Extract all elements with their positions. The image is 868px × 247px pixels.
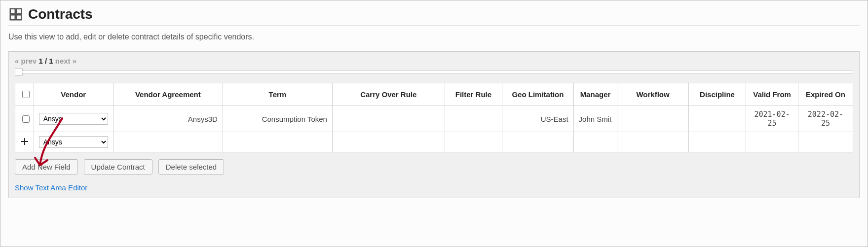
- grid-icon: [8, 7, 23, 22]
- col-header-geo: Geo Limitation: [502, 83, 573, 106]
- pager-prev[interactable]: « prev: [15, 57, 37, 65]
- pager-current: 1 / 1: [38, 57, 53, 65]
- pager: « prev 1 / 1 next »: [15, 57, 853, 65]
- col-header-carry-over: Carry Over Rule: [332, 83, 445, 106]
- workflow-cell[interactable]: [617, 106, 688, 132]
- add-row-icon-cell: [15, 132, 34, 152]
- valid-from-cell[interactable]: 2021-02-25: [746, 106, 798, 132]
- vendor-cell: Ansys: [34, 106, 113, 132]
- row-checkbox-cell: [15, 106, 34, 132]
- col-header-term: Term: [223, 83, 332, 106]
- vendor-select[interactable]: Ansys: [39, 136, 108, 148]
- term-cell[interactable]: Consumption Token: [223, 106, 332, 132]
- add-new-field-button[interactable]: Add New Field: [15, 159, 78, 175]
- geo-cell[interactable]: US-East: [502, 106, 573, 132]
- plus-icon[interactable]: [20, 137, 29, 146]
- geo-cell[interactable]: [502, 132, 573, 152]
- col-header-discipline: Discipline: [688, 83, 746, 106]
- vendor-cell: Ansys: [34, 132, 113, 152]
- manager-cell[interactable]: [573, 132, 617, 152]
- select-all-checkbox[interactable]: [22, 91, 30, 98]
- col-header-manager: Manager: [573, 83, 617, 106]
- page-title: Contracts: [28, 6, 93, 22]
- table-row: Ansys Ansys3D Consumption Token US-East …: [15, 106, 853, 132]
- svg-rect-1: [16, 9, 21, 14]
- workflow-cell[interactable]: [617, 132, 688, 152]
- show-text-area-editor-link[interactable]: Show Text Area Editor: [15, 183, 853, 192]
- expired-on-cell[interactable]: 2022-02-25: [798, 106, 853, 132]
- col-header-checkbox: [15, 83, 34, 106]
- discipline-cell[interactable]: [688, 132, 746, 152]
- vendor-agreement-cell[interactable]: [113, 132, 223, 152]
- table-row: Ansys: [15, 132, 853, 152]
- pager-next[interactable]: next »: [55, 57, 76, 65]
- svg-rect-0: [10, 9, 15, 14]
- filter-rule-cell[interactable]: [445, 106, 502, 132]
- table-header-row: Vendor Vendor Agreement Term Carry Over …: [15, 83, 853, 106]
- vendor-select[interactable]: Ansys: [39, 113, 108, 125]
- svg-rect-2: [10, 15, 15, 20]
- col-header-expired-on: Expired On: [798, 83, 853, 106]
- filter-rule-cell[interactable]: [445, 132, 502, 152]
- update-contract-button[interactable]: Update Contract: [84, 159, 152, 175]
- term-cell[interactable]: [223, 132, 332, 152]
- valid-from-cell[interactable]: [746, 132, 798, 152]
- page-header: Contracts: [8, 6, 860, 26]
- svg-rect-3: [16, 15, 21, 20]
- col-header-filter-rule: Filter Rule: [445, 83, 502, 106]
- col-header-workflow: Workflow: [617, 83, 688, 106]
- contracts-panel: « prev 1 / 1 next » Vendor Vendor Agreem…: [8, 51, 860, 198]
- action-buttons: Add New Field Update Contract Delete sel…: [15, 159, 853, 175]
- expired-on-cell[interactable]: [798, 132, 853, 152]
- page-subtitle: Use this view to add, edit or delete con…: [8, 33, 860, 41]
- horizontal-scroll-slider[interactable]: [15, 68, 853, 76]
- slider-track: [22, 71, 853, 73]
- carry-over-cell[interactable]: [332, 106, 445, 132]
- carry-over-cell[interactable]: [332, 132, 445, 152]
- discipline-cell[interactable]: [688, 106, 746, 132]
- row-checkbox[interactable]: [22, 115, 30, 123]
- manager-cell[interactable]: John Smit: [573, 106, 617, 132]
- delete-selected-button[interactable]: Delete selected: [158, 159, 224, 175]
- contracts-table: Vendor Vendor Agreement Term Carry Over …: [15, 83, 853, 152]
- contracts-page: Contracts Use this view to add, edit or …: [0, 0, 868, 247]
- col-header-vendor-agreement: Vendor Agreement: [113, 83, 223, 106]
- vendor-agreement-cell[interactable]: Ansys3D: [113, 106, 223, 132]
- col-header-vendor: Vendor: [34, 83, 113, 106]
- col-header-valid-from: Valid From: [746, 83, 798, 106]
